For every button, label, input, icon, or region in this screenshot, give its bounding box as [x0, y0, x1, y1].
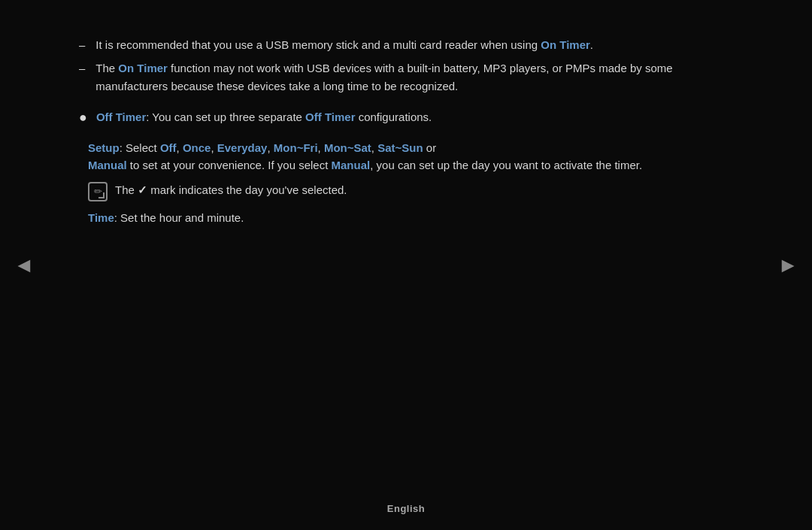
off-timer-label: Off Timer	[96, 111, 146, 123]
nav-arrow-right[interactable]: ►	[777, 249, 798, 281]
dash-symbol-1: –	[79, 36, 85, 53]
on-timer-highlight-1: On Timer	[541, 38, 590, 51]
mon-fri-option: Mon~Fri	[274, 141, 318, 154]
dash-symbol-2: –	[79, 59, 85, 77]
on-timer-highlight-2: On Timer	[118, 62, 168, 74]
pencil-icon: ✏	[94, 184, 102, 199]
setup-block: Setup: Select Off, Once, Everyday, Mon~F…	[88, 139, 741, 174]
once-option: Once	[183, 141, 211, 154]
dash-text-2: The On Timer function may not work with …	[95, 59, 741, 95]
bullet-item-off-timer: ● Off Timer: You can set up three separa…	[71, 108, 741, 127]
manual-label: Manual	[88, 159, 127, 171]
dash-item-2: – The On Timer function may not work wit…	[71, 59, 741, 95]
note-block: ✏ The ✓ mark indicates the day you've se…	[88, 181, 741, 201]
sat-sun-option: Sat~Sun	[377, 141, 423, 154]
dash-item-1: – It is recommended that you use a USB m…	[71, 36, 741, 53]
setup-line-2: Manual to set at your convenience. If yo…	[88, 159, 642, 171]
everyday-option: Everyday	[217, 141, 268, 154]
note-text: The ✓ mark indicates the day you've sele…	[115, 181, 347, 198]
footer-language: English	[387, 501, 425, 516]
manual-highlight: Manual	[332, 159, 371, 171]
setup-label: Setup	[88, 141, 120, 154]
time-text: : Set the hour and minute.	[114, 211, 244, 224]
bullet-text: Off Timer: You can set up three separate…	[96, 108, 432, 126]
note-icon: ✏	[88, 182, 108, 201]
nav-arrow-left[interactable]: ◄	[14, 249, 35, 281]
time-line: Time: Set the hour and minute.	[88, 209, 741, 226]
bullet-symbol: ●	[79, 108, 87, 127]
checkmark-symbol: ✓	[138, 183, 147, 196]
content-area: – It is recommended that you use a USB m…	[71, 15, 741, 485]
dash-list: – It is recommended that you use a USB m…	[71, 36, 741, 101]
time-label: Time	[88, 211, 114, 224]
mon-sat-option: Mon~Sat	[324, 141, 371, 154]
off-timer-highlight: Off Timer	[305, 111, 355, 123]
dash-text-1: It is recommended that you use a USB mem…	[95, 36, 593, 53]
bullet-list: ● Off Timer: You can set up three separa…	[71, 108, 741, 132]
setup-line-1: Setup: Select Off, Once, Everyday, Mon~F…	[88, 141, 436, 154]
off-option: Off	[160, 141, 177, 154]
